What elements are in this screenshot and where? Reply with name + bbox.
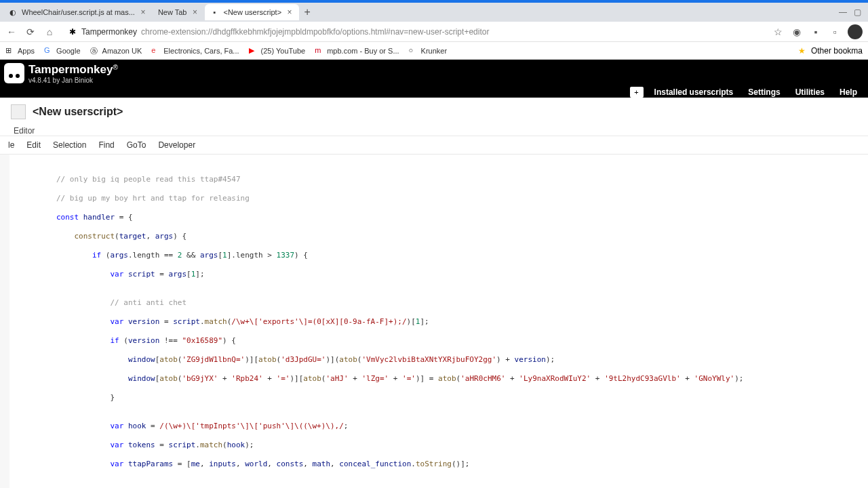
- code-editor[interactable]: // only big iq people read this ttap#454…: [0, 155, 868, 488]
- tampermonkey-icon: ▪: [210, 7, 220, 17]
- browser-tab-1[interactable]: ◐ WheelChair/user.script.js at mas... ×: [3, 4, 153, 20]
- script-icon: [11, 104, 26, 119]
- gutter: [0, 155, 9, 488]
- app-title: Tampermonkey: [28, 63, 113, 76]
- ext-badge-icon[interactable]: ★: [798, 46, 806, 56]
- tab-bar: ◐ WheelChair/user.script.js at mas... × …: [0, 3, 868, 22]
- ext1-icon[interactable]: ▪: [810, 26, 822, 38]
- nav-installed[interactable]: Installed userscripts: [648, 86, 741, 98]
- other-bookmarks[interactable]: Other bookma: [811, 46, 863, 56]
- github-icon: ◐: [8, 7, 18, 17]
- tab-title: New Tab: [158, 8, 187, 16]
- url-host: Tampermonkey: [81, 27, 137, 37]
- home-icon[interactable]: ⌂: [43, 26, 56, 38]
- new-tab-button[interactable]: +: [299, 4, 315, 20]
- editor-menu: le Edit Selection Find GoTo Developer: [0, 136, 868, 155]
- menu-find[interactable]: Find: [93, 139, 119, 151]
- add-script-icon[interactable]: +: [630, 87, 644, 98]
- bookmark-ebay[interactable]: eElectronics, Cars, Fa...: [151, 46, 239, 56]
- bookmark-google[interactable]: GGoogle: [44, 46, 80, 56]
- menu-file[interactable]: le: [3, 139, 20, 151]
- tab-title: <New userscript>: [224, 8, 282, 16]
- minimize-icon[interactable]: —: [839, 7, 847, 17]
- star-icon[interactable]: ☆: [772, 26, 784, 38]
- avatar[interactable]: [848, 24, 863, 39]
- reload-icon[interactable]: ⟳: [24, 26, 37, 38]
- maximize-icon[interactable]: ▢: [854, 7, 861, 17]
- close-icon[interactable]: ×: [139, 8, 147, 16]
- bookmark-amazon[interactable]: ⓐAmazon UK: [90, 46, 142, 56]
- shield-icon[interactable]: ◉: [791, 26, 803, 38]
- script-title: <New userscript>: [33, 106, 123, 118]
- bookmarks-bar: ⊞Apps GGoogle ⓐAmazon UK eElectronics, C…: [0, 42, 868, 60]
- extension-icon: ✱: [68, 27, 77, 37]
- script-title-bar: <New userscript>: [0, 98, 868, 126]
- back-icon[interactable]: ←: [5, 26, 18, 38]
- browser-tab-2[interactable]: New Tab ×: [153, 4, 205, 20]
- url-input[interactable]: ✱ Tampermonkey chrome-extension://dhdgff…: [62, 27, 765, 37]
- browser-tab-3[interactable]: ▪ <New userscript> ×: [205, 4, 300, 20]
- ext2-icon[interactable]: ▫: [829, 26, 841, 38]
- nav-help[interactable]: Help: [833, 86, 864, 98]
- nav-utilities[interactable]: Utilities: [789, 86, 831, 98]
- bookmark-mpb[interactable]: mmpb.com - Buy or S...: [315, 46, 399, 56]
- address-bar: ← ⟳ ⌂ ✱ Tampermonkey chrome-extension://…: [0, 22, 868, 42]
- bookmark-krunker[interactable]: ○Krunker: [409, 46, 448, 56]
- nav-settings[interactable]: Settings: [741, 86, 787, 98]
- app-nav: + Installed userscripts Settings Utiliti…: [0, 87, 868, 98]
- tab-editor[interactable]: Editor: [0, 126, 868, 136]
- app-header: Tampermonkey® v4.8.41 by Jan Biniok: [0, 60, 868, 87]
- bookmark-apps[interactable]: ⊞Apps: [5, 46, 35, 56]
- bookmark-youtube[interactable]: ▶(25) YouTube: [249, 46, 306, 56]
- url-path: chrome-extension://dhdgffkkebhmkfjojejmp…: [141, 27, 489, 37]
- tampermonkey-logo: [4, 63, 24, 83]
- trademark: ®: [113, 64, 117, 71]
- menu-selection[interactable]: Selection: [47, 139, 92, 151]
- close-icon[interactable]: ×: [285, 8, 294, 16]
- app-version: v4.8.41 by Jan Biniok: [28, 77, 118, 84]
- menu-developer[interactable]: Developer: [153, 139, 201, 151]
- menu-goto[interactable]: GoTo: [121, 139, 152, 151]
- tab-title: WheelChair/user.script.js at mas...: [22, 8, 135, 16]
- menu-edit[interactable]: Edit: [21, 139, 46, 151]
- close-icon[interactable]: ×: [191, 8, 199, 16]
